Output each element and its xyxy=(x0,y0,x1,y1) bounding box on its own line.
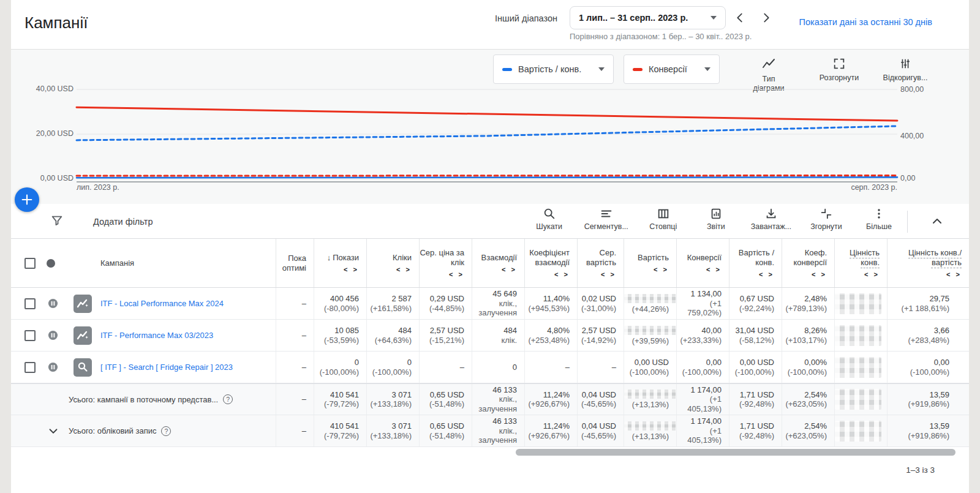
cell-value: 40,00 xyxy=(701,326,722,336)
cell-delta: (+623,05%) xyxy=(785,399,827,409)
column-label: Кампанія xyxy=(100,258,134,268)
compare-expand-icon[interactable]: < > xyxy=(449,271,464,278)
cell-value: 46 133 xyxy=(492,385,517,395)
select-all-checkbox[interactable] xyxy=(11,239,38,287)
compare-expand-icon[interactable]: < > xyxy=(396,266,412,273)
column-header-conv-value[interactable]: Цінність конв.< > xyxy=(834,239,887,287)
expand-account-row-button[interactable] xyxy=(38,415,69,446)
campaigns-table: Кампанія Пока оптимі↓Покази< >Кліки< >Се… xyxy=(11,239,969,447)
next-range-button[interactable] xyxy=(756,9,776,28)
cell-delta: (-92,48%) xyxy=(739,399,774,409)
performance-line-chart xyxy=(11,50,969,204)
campaign-status-paused[interactable] xyxy=(38,288,69,319)
show-last-30-days-link[interactable]: Показати дані за останні 30 днів xyxy=(799,17,932,27)
column-header-avg-cpc[interactable]: Сер. ціна за клік< > xyxy=(419,239,472,287)
summary-row: Усього: кампанії в поточному представ...… xyxy=(11,383,969,415)
campaign-status-paused[interactable] xyxy=(38,352,69,383)
compare-expand-icon[interactable]: < > xyxy=(946,271,962,278)
compare-expand-icon[interactable]: < > xyxy=(502,266,517,273)
cell-value: 31,04 USD xyxy=(735,326,774,336)
toolbar-segment-button[interactable]: Сегментув... xyxy=(584,207,628,231)
cell-conversions: 1 174,00(+1 405,13%) xyxy=(676,415,729,446)
performance-chart-panel: Вартість / конв. Конверсії Тип діаграми … xyxy=(11,50,969,204)
status-filter[interactable] xyxy=(38,239,69,287)
toolbar-reports-button[interactable]: Звіти xyxy=(698,207,734,231)
column-header-interaction-rate[interactable]: Коефіцієнт взаємодії< > xyxy=(524,239,577,287)
cell-value: 1 174,00 xyxy=(690,416,722,426)
add-campaign-button[interactable] xyxy=(15,187,39,212)
total-row-label: Усього: обліковий запис? xyxy=(69,415,276,446)
column-header-conv-rate[interactable]: Коеф. конверсії< > xyxy=(782,239,834,287)
row-checkbox[interactable] xyxy=(11,320,38,351)
cell-delta: (-100,00%) xyxy=(788,367,827,377)
toolbar-collapse-button[interactable]: Згорнути xyxy=(809,207,844,231)
cell-optimization-score: – xyxy=(276,352,314,383)
cell-value: 13,59 xyxy=(929,421,949,431)
compare-expand-icon[interactable]: < > xyxy=(706,266,722,273)
total-label-text: Усього: обліковий запис xyxy=(69,426,156,435)
add-filter-label[interactable]: Додати фільтр xyxy=(93,217,153,227)
compare-expand-icon[interactable]: < > xyxy=(759,271,774,278)
previous-range-button[interactable] xyxy=(730,9,750,28)
paused-status-icon xyxy=(48,298,58,309)
compare-expand-icon[interactable]: < > xyxy=(654,266,669,273)
checkbox-icon xyxy=(24,330,36,341)
column-header-conv-value-per-cost[interactable]: Цінність конв./ вартість< > xyxy=(887,239,969,287)
column-header-impressions[interactable]: ↓Покази< > xyxy=(314,239,366,287)
horizontal-scrollbar[interactable] xyxy=(516,449,956,456)
checkbox-icon xyxy=(24,258,36,269)
compare-expand-icon[interactable]: < > xyxy=(864,271,880,278)
date-range-label: Інший діапазон xyxy=(495,12,557,24)
column-header-avg-cost[interactable]: Сер. вартість< > xyxy=(577,239,624,287)
cell-clicks: 3 071(+133,18%) xyxy=(366,384,419,415)
cell-value: 29,75 xyxy=(929,294,949,304)
segment-icon xyxy=(600,207,613,220)
cell-cost-per-conv: 0,00 USD(-100,00%) xyxy=(729,352,782,383)
filter-button[interactable] xyxy=(50,214,64,229)
column-header-cost[interactable]: Вартість< > xyxy=(624,239,676,287)
campaign-status-paused[interactable] xyxy=(38,320,69,351)
cell-cost-per-conv: 0,67 USD(-92,24%) xyxy=(729,288,782,319)
column-header-interactions[interactable]: Взаємодії< > xyxy=(472,239,524,287)
series-conversions-current xyxy=(77,107,897,121)
cell-delta: (-79,72%) xyxy=(324,431,359,441)
campaign-row: [ ITF ] - Search [ Fridge Repair ] 2023–… xyxy=(11,352,969,383)
toolbar-search-button[interactable]: Шукати xyxy=(532,207,567,231)
column-header-cost-per-conv[interactable]: Вартість / конв.< > xyxy=(729,239,782,287)
column-label: Цінність конв./ вартість xyxy=(908,248,962,267)
column-header-campaign[interactable]: Кампанія xyxy=(100,239,276,287)
date-range-dropdown[interactable]: 1 лип.. – 31 серп.. 2023 р. xyxy=(570,6,726,29)
campaign-name-link[interactable]: ITF - Performance Max 03/2023 xyxy=(100,331,266,341)
compare-expand-icon[interactable]: < > xyxy=(554,271,570,278)
toolbar-columns-button[interactable]: Стовпці xyxy=(646,207,681,231)
column-header-conversions[interactable]: Конверсії< > xyxy=(676,239,729,287)
compare-expand-icon[interactable]: < > xyxy=(812,271,827,278)
plus-icon xyxy=(20,193,34,206)
column-header-optimization-score[interactable]: Пока оптимі xyxy=(276,239,314,287)
cell-conv-value-per-cost: 13,59(+919,86%) xyxy=(887,415,969,446)
column-header-clicks[interactable]: Кліки< > xyxy=(366,239,419,287)
column-label: Взаємодії xyxy=(481,253,517,262)
cell-cost: (+44,26%) xyxy=(624,288,676,319)
campaign-name-link[interactable]: [ ITF ] - Search [ Fridge Repair ] 2023 xyxy=(100,363,266,372)
column-label-line: Сер. вартість xyxy=(578,248,616,268)
row-checkbox[interactable] xyxy=(11,352,38,383)
cell-conv-rate: 0,00%(-100,00%) xyxy=(782,352,834,383)
cell-conversions: 40,00(+233,33%) xyxy=(676,320,729,351)
total-row-label: Усього: кампанії в поточному представ...… xyxy=(69,384,276,415)
collapse-table-button[interactable] xyxy=(930,214,944,230)
campaign-name-link[interactable]: ITF - Local Performance Max 2024 xyxy=(100,299,266,309)
help-icon[interactable]: ? xyxy=(161,426,171,436)
paused-status-icon xyxy=(48,330,58,341)
performance-max-campaign-icon xyxy=(74,295,92,313)
row-checkbox[interactable] xyxy=(11,288,38,319)
cell-value: – xyxy=(302,394,306,404)
toolbar-download-button[interactable]: Завантаж... xyxy=(751,207,791,231)
cell-impressions: 400 456(-80,00%) xyxy=(314,288,366,319)
compare-expand-icon[interactable]: < > xyxy=(344,266,359,273)
redacted-value-block xyxy=(624,326,676,335)
compare-expand-icon[interactable]: < > xyxy=(601,271,616,278)
cell-delta: (-15,21%) xyxy=(429,336,464,345)
help-icon[interactable]: ? xyxy=(223,394,233,404)
toolbar-more-button[interactable]: Більше xyxy=(861,207,897,231)
